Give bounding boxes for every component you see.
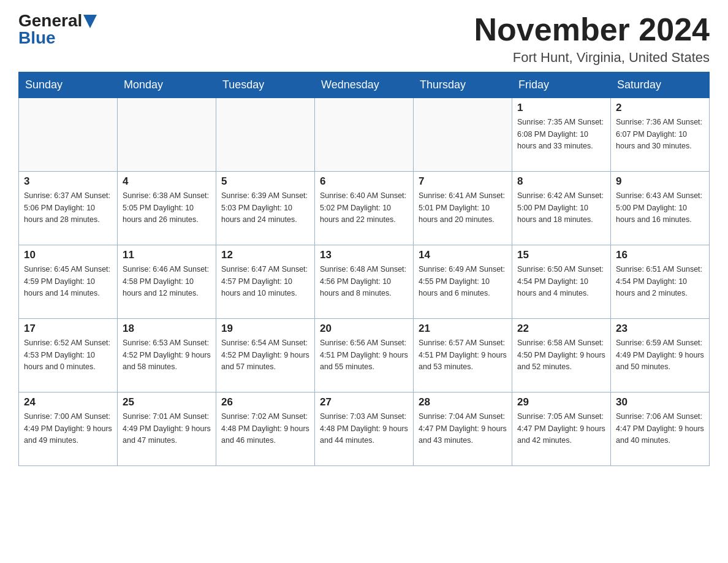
day-number: 4 <box>123 175 211 188</box>
day-number: 19 <box>221 323 309 335</box>
day-number: 2 <box>616 102 704 114</box>
day-info: Sunrise: 6:51 AM Sunset: 4:54 PM Dayligh… <box>616 264 704 299</box>
day-number: 15 <box>517 249 605 261</box>
calendar-day-cell: 15Sunrise: 6:50 AM Sunset: 4:54 PM Dayli… <box>512 245 611 319</box>
calendar-day-cell: 6Sunrise: 6:40 AM Sunset: 5:02 PM Daylig… <box>315 172 414 245</box>
calendar-day-cell: 2Sunrise: 7:36 AM Sunset: 6:07 PM Daylig… <box>611 98 710 172</box>
day-info: Sunrise: 6:50 AM Sunset: 4:54 PM Dayligh… <box>517 264 605 299</box>
calendar-day-cell <box>19 98 118 172</box>
logo-blue-text: Blue <box>18 29 56 47</box>
day-info: Sunrise: 6:41 AM Sunset: 5:01 PM Dayligh… <box>419 190 507 226</box>
calendar-day-cell: 25Sunrise: 7:01 AM Sunset: 4:49 PM Dayli… <box>118 393 216 466</box>
calendar-day-cell: 20Sunrise: 6:56 AM Sunset: 4:51 PM Dayli… <box>315 319 414 393</box>
day-number: 24 <box>24 396 112 408</box>
day-info: Sunrise: 6:49 AM Sunset: 4:55 PM Dayligh… <box>419 264 507 299</box>
day-info: Sunrise: 6:38 AM Sunset: 5:05 PM Dayligh… <box>123 190 211 226</box>
calendar-header-sunday: Sunday <box>19 72 118 98</box>
day-info: Sunrise: 6:40 AM Sunset: 5:02 PM Dayligh… <box>320 190 408 226</box>
calendar-header-saturday: Saturday <box>611 72 710 98</box>
day-number: 30 <box>616 396 704 408</box>
day-info: Sunrise: 7:02 AM Sunset: 4:48 PM Dayligh… <box>221 411 309 446</box>
calendar-day-cell: 16Sunrise: 6:51 AM Sunset: 4:54 PM Dayli… <box>611 245 710 319</box>
day-number: 28 <box>419 396 507 408</box>
day-number: 12 <box>221 249 309 261</box>
svg-marker-0 <box>83 15 97 28</box>
calendar-day-cell: 28Sunrise: 7:04 AM Sunset: 4:47 PM Dayli… <box>414 393 512 466</box>
calendar-day-cell: 7Sunrise: 6:41 AM Sunset: 5:01 PM Daylig… <box>414 172 512 245</box>
day-info: Sunrise: 7:01 AM Sunset: 4:49 PM Dayligh… <box>123 411 211 446</box>
logo-triangle-icon <box>83 15 97 28</box>
logo-general-text: General <box>18 12 82 29</box>
day-number: 6 <box>320 175 408 188</box>
calendar-day-cell: 30Sunrise: 7:06 AM Sunset: 4:47 PM Dayli… <box>611 393 710 466</box>
day-info: Sunrise: 6:52 AM Sunset: 4:53 PM Dayligh… <box>24 337 112 373</box>
day-number: 26 <box>221 396 309 408</box>
day-info: Sunrise: 6:46 AM Sunset: 4:58 PM Dayligh… <box>123 264 211 299</box>
day-info: Sunrise: 6:39 AM Sunset: 5:03 PM Dayligh… <box>221 190 309 226</box>
calendar-day-cell: 5Sunrise: 6:39 AM Sunset: 5:03 PM Daylig… <box>216 172 315 245</box>
calendar-day-cell: 17Sunrise: 6:52 AM Sunset: 4:53 PM Dayli… <box>19 319 118 393</box>
calendar-day-cell: 29Sunrise: 7:05 AM Sunset: 4:47 PM Dayli… <box>512 393 611 466</box>
calendar-day-cell: 26Sunrise: 7:02 AM Sunset: 4:48 PM Dayli… <box>216 393 315 466</box>
day-info: Sunrise: 6:42 AM Sunset: 5:00 PM Dayligh… <box>517 190 605 226</box>
calendar-day-cell <box>315 98 414 172</box>
calendar-week-row: 10Sunrise: 6:45 AM Sunset: 4:59 PM Dayli… <box>19 245 710 319</box>
calendar-day-cell: 8Sunrise: 6:42 AM Sunset: 5:00 PM Daylig… <box>512 172 611 245</box>
calendar-day-cell: 22Sunrise: 6:58 AM Sunset: 4:50 PM Dayli… <box>512 319 611 393</box>
month-title: November 2024 <box>474 12 710 47</box>
calendar-table: SundayMondayTuesdayWednesdayThursdayFrid… <box>18 72 710 466</box>
calendar-day-cell: 27Sunrise: 7:03 AM Sunset: 4:48 PM Dayli… <box>315 393 414 466</box>
day-number: 22 <box>517 323 605 335</box>
day-info: Sunrise: 7:00 AM Sunset: 4:49 PM Dayligh… <box>24 411 112 446</box>
day-info: Sunrise: 7:36 AM Sunset: 6:07 PM Dayligh… <box>616 117 704 152</box>
day-number: 23 <box>616 323 704 335</box>
calendar-day-cell <box>414 98 512 172</box>
day-number: 3 <box>24 175 112 188</box>
day-info: Sunrise: 6:54 AM Sunset: 4:52 PM Dayligh… <box>221 337 309 373</box>
calendar-day-cell <box>216 98 315 172</box>
day-number: 13 <box>320 249 408 261</box>
calendar-day-cell: 1Sunrise: 7:35 AM Sunset: 6:08 PM Daylig… <box>512 98 611 172</box>
day-number: 1 <box>517 102 605 114</box>
calendar-header-row: SundayMondayTuesdayWednesdayThursdayFrid… <box>19 72 710 98</box>
day-info: Sunrise: 6:48 AM Sunset: 4:56 PM Dayligh… <box>320 264 408 299</box>
day-info: Sunrise: 7:04 AM Sunset: 4:47 PM Dayligh… <box>419 411 507 446</box>
day-number: 5 <box>221 175 309 188</box>
calendar-day-cell: 19Sunrise: 6:54 AM Sunset: 4:52 PM Dayli… <box>216 319 315 393</box>
calendar-day-cell: 4Sunrise: 6:38 AM Sunset: 5:05 PM Daylig… <box>118 172 216 245</box>
calendar-day-cell: 3Sunrise: 6:37 AM Sunset: 5:06 PM Daylig… <box>19 172 118 245</box>
day-number: 20 <box>320 323 408 335</box>
calendar-day-cell: 11Sunrise: 6:46 AM Sunset: 4:58 PM Dayli… <box>118 245 216 319</box>
calendar-day-cell <box>118 98 216 172</box>
calendar-day-cell: 13Sunrise: 6:48 AM Sunset: 4:56 PM Dayli… <box>315 245 414 319</box>
calendar-week-row: 1Sunrise: 7:35 AM Sunset: 6:08 PM Daylig… <box>19 98 710 172</box>
page-header: General Blue November 2024 Fort Hunt, Vi… <box>18 12 710 66</box>
calendar-day-cell: 21Sunrise: 6:57 AM Sunset: 4:51 PM Dayli… <box>414 319 512 393</box>
calendar-day-cell: 24Sunrise: 7:00 AM Sunset: 4:49 PM Dayli… <box>19 393 118 466</box>
calendar-header-monday: Monday <box>118 72 216 98</box>
calendar-day-cell: 14Sunrise: 6:49 AM Sunset: 4:55 PM Dayli… <box>414 245 512 319</box>
day-number: 25 <box>123 396 211 408</box>
day-number: 7 <box>419 175 507 188</box>
calendar-header-thursday: Thursday <box>414 72 512 98</box>
logo: General Blue <box>18 12 97 47</box>
day-info: Sunrise: 6:58 AM Sunset: 4:50 PM Dayligh… <box>517 337 605 373</box>
title-area: November 2024 Fort Hunt, Virginia, Unite… <box>474 12 710 66</box>
calendar-header-friday: Friday <box>512 72 611 98</box>
day-info: Sunrise: 6:45 AM Sunset: 4:59 PM Dayligh… <box>24 264 112 299</box>
day-info: Sunrise: 6:53 AM Sunset: 4:52 PM Dayligh… <box>123 337 211 373</box>
day-info: Sunrise: 7:03 AM Sunset: 4:48 PM Dayligh… <box>320 411 408 446</box>
calendar-day-cell: 18Sunrise: 6:53 AM Sunset: 4:52 PM Dayli… <box>118 319 216 393</box>
day-info: Sunrise: 7:05 AM Sunset: 4:47 PM Dayligh… <box>517 411 605 446</box>
day-number: 16 <box>616 249 704 261</box>
day-number: 17 <box>24 323 112 335</box>
day-number: 21 <box>419 323 507 335</box>
day-number: 8 <box>517 175 605 188</box>
day-number: 27 <box>320 396 408 408</box>
day-info: Sunrise: 7:35 AM Sunset: 6:08 PM Dayligh… <box>517 117 605 152</box>
day-info: Sunrise: 6:56 AM Sunset: 4:51 PM Dayligh… <box>320 337 408 373</box>
day-info: Sunrise: 6:47 AM Sunset: 4:57 PM Dayligh… <box>221 264 309 299</box>
calendar-day-cell: 23Sunrise: 6:59 AM Sunset: 4:49 PM Dayli… <box>611 319 710 393</box>
day-info: Sunrise: 6:59 AM Sunset: 4:49 PM Dayligh… <box>616 337 704 373</box>
calendar-header-wednesday: Wednesday <box>315 72 414 98</box>
